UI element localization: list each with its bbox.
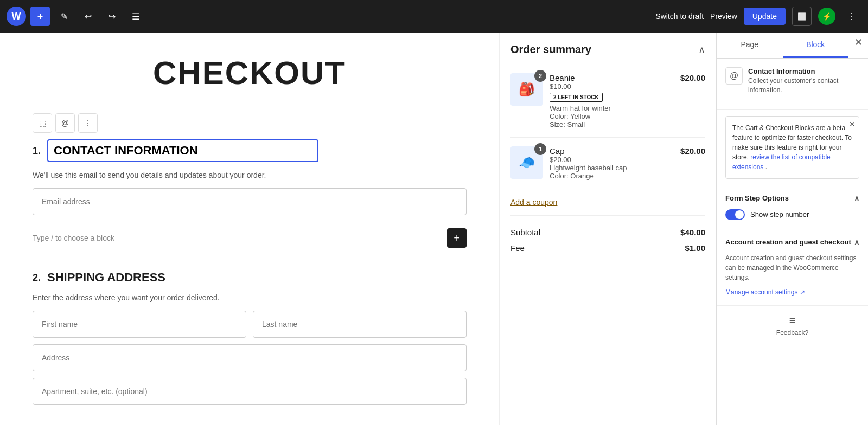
cap-name: Cap <box>550 146 674 156</box>
tab-block[interactable]: Block <box>783 33 849 58</box>
layout-view-icon: ⬚ <box>39 119 46 127</box>
block-info-section: @ Contact Information Collect your custo… <box>717 59 868 110</box>
more-block-icon: ⋮ <box>84 119 92 127</box>
block-meta: Contact Information Collect your custome… <box>748 67 859 95</box>
order-totals: Subtotal $40.00 Fee $1.00 <box>510 216 705 265</box>
add-block-icon: + <box>454 232 460 244</box>
beanie-name: Beanie <box>550 73 674 82</box>
item-cap-image: 🧢 1 <box>510 146 543 179</box>
switch-to-draft-button[interactable]: Switch to draft <box>655 12 704 21</box>
layout-view-button[interactable]: ⬚ <box>33 113 52 133</box>
main-layout: CHECKOUT ⬚ @ ⋮ 1. We'll use this email t… <box>0 33 868 425</box>
section2-number: 2. <box>33 272 41 284</box>
editor-area: CHECKOUT ⬚ @ ⋮ 1. We'll use this email t… <box>0 33 499 425</box>
section1-subtitle: We'll use this email to send you details… <box>33 171 467 179</box>
fee-row: Fee $1.00 <box>510 240 705 256</box>
preview-button[interactable]: Preview <box>710 12 737 21</box>
order-panel: Order summary ∧ 🎒 2 Beanie $10.00 2 LEFT… <box>499 33 716 425</box>
order-summary-chevron[interactable]: ∧ <box>698 44 705 56</box>
block-description-text: Collect your customer's contact informat… <box>748 76 859 95</box>
close-sidebar-button[interactable]: ✕ <box>848 33 868 52</box>
block-name-label: Contact Information <box>748 67 859 75</box>
beta-banner-close-button[interactable]: ✕ <box>849 120 856 128</box>
cap-description: Lightweight baseball cap <box>550 164 674 172</box>
show-step-label: Show step number <box>750 210 809 218</box>
section2: 2. SHIPPING ADDRESS Enter the address wh… <box>33 271 467 411</box>
cap-color: Color: Orange <box>550 172 674 180</box>
add-coupon-button[interactable]: Add a coupon <box>510 189 705 216</box>
beta-banner-suffix: . <box>765 163 767 171</box>
more-block-options-button[interactable]: ⋮ <box>78 113 98 133</box>
sidebar-block-header: @ Contact Information Collect your custo… <box>725 67 859 95</box>
item-beanie-image: 🎒 2 <box>510 73 543 106</box>
address-input[interactable] <box>33 344 467 371</box>
edit-icon: ✎ <box>61 11 68 22</box>
redo-button[interactable]: ↪ <box>102 7 122 26</box>
cap-details: Cap $20.00 Lightweight baseball cap Colo… <box>550 146 674 180</box>
account-creation-title: Account creation and guest checkout ∧ <box>725 238 859 247</box>
type-block-row: Type / to choose a block + <box>33 222 467 254</box>
apt-input[interactable] <box>33 378 467 405</box>
cap-price-each: $20.00 <box>550 156 674 164</box>
fee-label: Fee <box>510 243 525 253</box>
show-step-toggle[interactable] <box>725 209 745 220</box>
beanie-details: Beanie $10.00 2 LEFT IN STOCK Warm hat f… <box>550 73 674 128</box>
more-options-button[interactable]: ⋮ <box>842 7 861 26</box>
page-title: CHECKOUT <box>33 54 467 92</box>
manage-account-settings-link[interactable]: Manage account settings ↗ <box>725 288 805 296</box>
section1-header: 1. <box>33 139 467 162</box>
undo-icon: ↩ <box>85 11 92 22</box>
beanie-stock-badge: 2 LEFT IN STOCK <box>550 93 603 102</box>
first-name-input[interactable] <box>33 311 246 338</box>
beanie-size: Size: Small <box>550 120 674 128</box>
order-summary-title: Order summary <box>510 43 591 56</box>
subtotal-row: Subtotal $40.00 <box>510 224 705 240</box>
type-block-hint: Type / to choose a block <box>33 234 114 242</box>
list-view-button[interactable]: ☰ <box>126 7 145 26</box>
section1-title-input[interactable] <box>47 139 318 162</box>
order-item-beanie: 🎒 2 Beanie $10.00 2 LEFT IN STOCK Warm h… <box>510 65 705 138</box>
cap-quantity-badge: 1 <box>534 143 546 155</box>
toolbar-right: Switch to draft Preview Update ⬜ ⚡ ⋮ <box>655 7 861 26</box>
add-block-button[interactable]: + <box>447 228 467 248</box>
fee-value: $1.00 <box>685 243 705 253</box>
beanie-price-each: $10.00 <box>550 82 674 91</box>
user-avatar[interactable]: ⚡ <box>818 8 835 25</box>
order-summary-header: Order summary ∧ <box>510 43 705 56</box>
beanie-total: $20.00 <box>680 73 705 82</box>
form-step-chevron[interactable]: ∧ <box>854 194 859 203</box>
beanie-emoji: 🎒 <box>519 82 535 97</box>
more-options-icon: ⋮ <box>847 11 856 22</box>
feedback-icon: ≡ <box>789 314 796 327</box>
section1-number: 1. <box>33 145 41 157</box>
last-name-input[interactable] <box>253 311 467 338</box>
tab-page[interactable]: Page <box>717 33 783 58</box>
account-creation-chevron[interactable]: ∧ <box>854 238 859 247</box>
at-icon: @ <box>61 119 69 127</box>
contact-info-icon: @ <box>725 67 743 85</box>
layout-icon: ⬜ <box>797 12 807 21</box>
subtotal-label: Subtotal <box>510 228 540 237</box>
name-row <box>33 311 467 338</box>
wp-logo[interactable]: W <box>7 7 26 26</box>
update-button[interactable]: Update <box>744 8 786 25</box>
cap-total: $20.00 <box>680 146 705 156</box>
add-icon: + <box>37 11 43 22</box>
beanie-color: Color: Yellow <box>550 112 674 120</box>
at-button[interactable]: @ <box>55 113 75 133</box>
add-block-toolbar-button[interactable]: + <box>30 7 50 26</box>
section2-subtitle: Enter the address where you want your or… <box>33 293 467 302</box>
redo-icon: ↪ <box>108 11 116 22</box>
block-toolbar: ⬚ @ ⋮ <box>33 113 467 133</box>
undo-button[interactable]: ↩ <box>78 7 98 26</box>
wp-logo-text: W <box>12 11 21 22</box>
edit-button[interactable]: ✎ <box>54 7 74 26</box>
feedback-button[interactable]: ≡ Feedback? <box>717 306 868 345</box>
layout-button[interactable]: ⬜ <box>792 7 812 26</box>
toolbar: W + ✎ ↩ ↪ ☰ Switch to draft Preview Upda… <box>0 0 868 33</box>
order-item-cap: 🧢 1 Cap $20.00 Lightweight baseball cap … <box>510 138 705 189</box>
cap-emoji: 🧢 <box>519 155 535 170</box>
section2-title: SHIPPING ADDRESS <box>47 271 165 285</box>
subtotal-value: $40.00 <box>680 228 705 237</box>
email-input[interactable] <box>33 188 467 215</box>
